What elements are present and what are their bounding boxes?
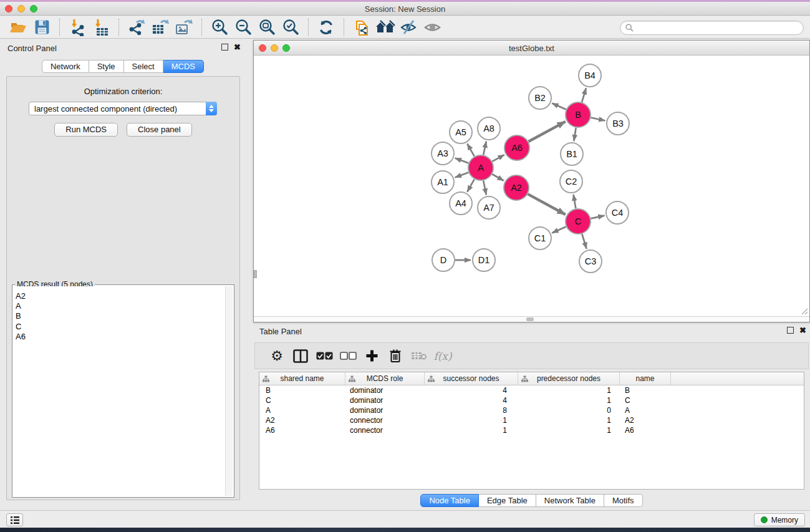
create-column-button[interactable] — [360, 345, 383, 367]
deselect-all-columns-button[interactable] — [336, 345, 360, 367]
graph-node[interactable]: A6 — [504, 135, 529, 160]
graph-node[interactable]: A — [468, 155, 493, 180]
graph-node[interactable]: A2 — [504, 175, 529, 200]
graph-edge[interactable] — [529, 122, 566, 142]
tab-edge-table[interactable]: Edge Table — [479, 494, 536, 507]
table-row[interactable]: Cdominator41C — [259, 395, 804, 405]
graph-edge[interactable] — [492, 174, 504, 180]
network-window-titlebar[interactable]: testGlobe.txt — [254, 41, 809, 56]
float-panel-icon[interactable] — [221, 44, 228, 51]
table-cell[interactable]: connector — [345, 415, 425, 425]
table-cell[interactable]: 8 — [425, 405, 518, 415]
graph-edge[interactable] — [455, 158, 469, 163]
table-cell[interactable]: A — [620, 405, 671, 415]
network-horizontal-scrollbar[interactable] — [254, 316, 809, 321]
table-row[interactable]: Bdominator41B — [259, 385, 804, 395]
zoom-in-button[interactable] — [208, 17, 231, 37]
graph-edge[interactable] — [483, 142, 486, 155]
table-cell[interactable]: 0 — [518, 405, 620, 415]
table-cell[interactable]: C — [620, 395, 671, 405]
new-network-from-selection-button[interactable] — [350, 17, 374, 37]
table-cell[interactable]: B — [620, 385, 671, 395]
search-input[interactable] — [637, 24, 798, 32]
tab-motifs[interactable]: Motifs — [604, 494, 643, 507]
network-overview-button[interactable] — [421, 17, 445, 37]
column-header-shared-name[interactable]: shared name — [259, 372, 345, 385]
save-session-button[interactable] — [30, 17, 54, 37]
tab-network-table[interactable]: Network Table — [536, 494, 604, 507]
column-view-button[interactable] — [289, 345, 312, 367]
graph-edge[interactable] — [552, 227, 566, 233]
network-canvas[interactable]: B4B2BB3A5A8A6A3B1AA1C2A2A4A7C4CC1C3DD1 — [254, 56, 809, 316]
table-cell[interactable]: connector — [345, 425, 425, 435]
graph-node[interactable]: C3 — [579, 250, 602, 273]
graph-edge[interactable] — [582, 88, 586, 102]
column-header-predecessor-nodes[interactable]: predecessor nodes — [518, 372, 620, 385]
graph-node[interactable]: A4 — [450, 192, 472, 215]
graph-node[interactable]: A5 — [450, 121, 472, 143]
close-table-panel-icon[interactable]: ✖ — [799, 327, 806, 334]
table-cell[interactable]: dominator — [345, 405, 425, 415]
table-cell[interactable]: 1 — [518, 425, 620, 435]
table-cell[interactable]: B — [259, 385, 345, 395]
zoom-out-button[interactable] — [231, 17, 255, 37]
resize-grip-icon[interactable] — [801, 307, 808, 315]
table-cell[interactable]: 1 — [518, 385, 620, 395]
graph-node[interactable]: B — [566, 102, 591, 127]
table-cell[interactable]: 1 — [425, 425, 518, 435]
table-cell[interactable]: A6 — [259, 425, 345, 435]
table-row[interactable]: A6connector11A6 — [259, 425, 804, 435]
mcds-result-item[interactable]: A — [16, 301, 223, 311]
function-builder-button[interactable]: f(x) — [431, 345, 455, 367]
graph-edge[interactable] — [528, 194, 565, 215]
graph-node[interactable]: D — [432, 249, 455, 271]
column-header-successor-nodes[interactable]: successor nodes — [425, 372, 518, 385]
import-network-button[interactable] — [65, 17, 89, 37]
result-list-scrollbar[interactable] — [225, 286, 233, 496]
graph-node[interactable]: B1 — [561, 143, 583, 165]
task-history-button[interactable] — [6, 513, 23, 526]
import-table-button[interactable] — [89, 17, 113, 37]
network-vertical-scrollbar-thumb[interactable] — [254, 270, 257, 278]
column-header-name[interactable]: name — [620, 372, 671, 385]
zoom-fit-button[interactable] — [255, 17, 279, 37]
tab-mcds[interactable]: MCDS — [163, 60, 204, 73]
first-neighbors-button[interactable] — [374, 17, 397, 37]
table-cell[interactable]: dominator — [345, 385, 425, 395]
tab-select[interactable]: Select — [124, 60, 163, 73]
float-table-panel-icon[interactable] — [787, 327, 794, 334]
graph-edge[interactable] — [591, 216, 605, 219]
graph-node[interactable]: D1 — [473, 249, 495, 271]
table-settings-button[interactable]: ⚙ — [265, 345, 289, 367]
graph-edge[interactable] — [582, 234, 586, 249]
graph-edge[interactable] — [455, 172, 469, 177]
run-mcds-button[interactable]: Run MCDS — [54, 123, 118, 137]
table-row[interactable]: A2connector11A2 — [259, 415, 804, 425]
table-cell[interactable]: 1 — [518, 395, 620, 405]
export-image-button[interactable] — [172, 17, 196, 37]
open-session-button[interactable] — [6, 17, 30, 37]
table-cell[interactable]: 1 — [518, 415, 620, 425]
network-horizontal-scrollbar-thumb[interactable] — [526, 317, 534, 321]
table-row[interactable]: Adominator80A — [259, 405, 804, 415]
tab-style[interactable]: Style — [89, 60, 124, 73]
table-cell[interactable]: A — [259, 405, 345, 415]
graph-node[interactable]: B4 — [579, 64, 601, 87]
tab-node-table[interactable]: Node Table — [420, 494, 479, 507]
zoom-selected-button[interactable] — [279, 17, 302, 37]
graph-edge[interactable] — [483, 181, 486, 195]
table-cell[interactable]: A6 — [620, 425, 671, 435]
mcds-result-item[interactable]: A6 — [16, 332, 223, 342]
close-panel-button[interactable]: Close panel — [127, 123, 192, 137]
graph-node[interactable]: A7 — [478, 196, 500, 219]
graph-edge[interactable] — [492, 155, 504, 162]
graph-edge[interactable] — [552, 104, 566, 110]
table-cell[interactable]: A2 — [259, 415, 345, 425]
column-header-MCDS-role[interactable]: MCDS role — [345, 372, 425, 385]
graph-edge[interactable] — [591, 118, 605, 121]
mcds-result-item[interactable]: A2 — [16, 291, 223, 301]
graph-node[interactable]: C4 — [606, 201, 629, 224]
graph-edge[interactable] — [574, 195, 576, 209]
export-table-button[interactable] — [148, 17, 172, 37]
graph-node[interactable]: C1 — [529, 227, 551, 249]
